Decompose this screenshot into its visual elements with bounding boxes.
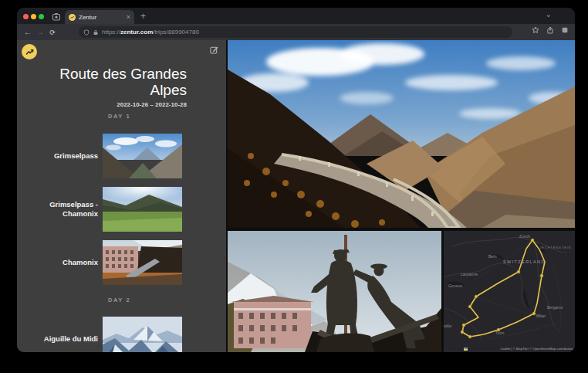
tab-strip: Zentur × + ⌄ bbox=[17, 8, 575, 24]
url-host: zentur.com bbox=[120, 29, 153, 36]
thumbnail-grimselpass-chamonix[interactable] bbox=[103, 187, 182, 232]
trip-sidebar: Route des Grandes Alpes 2022-10-26 – 202… bbox=[17, 40, 226, 352]
chevron-down-icon[interactable]: ⌄ bbox=[546, 10, 552, 19]
thumbnail-chamonix[interactable] bbox=[103, 240, 182, 285]
stop-grimselpass-chamonix[interactable]: Grimselpass - Chamonix bbox=[17, 187, 187, 232]
close-window-button[interactable] bbox=[23, 14, 29, 19]
map-label-liechtenstein: LIECHTENSTEIN bbox=[538, 246, 571, 249]
camera-icon[interactable] bbox=[52, 11, 61, 20]
zentur-logo-icon[interactable] bbox=[22, 44, 37, 59]
desktop: Zentur × + ⌄ ← → ⟳ https://zentur.com/tr… bbox=[0, 0, 588, 373]
close-tab-icon[interactable]: × bbox=[127, 14, 130, 21]
share-icon[interactable] bbox=[546, 26, 554, 34]
thumbnail-grimselpass[interactable] bbox=[103, 134, 182, 178]
stop-grimselpass[interactable]: Grimselpass bbox=[17, 134, 187, 178]
map-label-bern: Bern bbox=[488, 254, 497, 259]
tab-title: Zentur bbox=[79, 14, 123, 21]
forward-button[interactable]: → bbox=[34, 28, 46, 36]
page-content: Route des Grandes Alpes 2022-10-26 – 202… bbox=[17, 40, 575, 352]
stop-name: Grimselpass bbox=[17, 151, 98, 161]
reload-button[interactable]: ⟳ bbox=[46, 29, 59, 36]
route-map[interactable]: Zurich LIECHTENSTEIN Bern SWITZERLAND La… bbox=[444, 231, 575, 352]
thumbnail-aiguille-du-midi[interactable] bbox=[103, 317, 182, 352]
browser-toolbar: ← → ⟳ https://zentur.com/trips/889904780 bbox=[17, 24, 575, 40]
map-label-zurich: Zurich bbox=[519, 234, 530, 239]
map-attribution[interactable]: Leaflet | © MapTiler © OpenStreetMap con… bbox=[462, 346, 575, 352]
map-label-turin: Turin bbox=[495, 331, 504, 335]
trip-title: Route des Grandes Alpes bbox=[32, 66, 187, 99]
url-text: https://zentur.com/trips/889904780 bbox=[102, 29, 199, 36]
url-path: /trips/889904780 bbox=[153, 29, 199, 36]
map-attribution-text: Leaflet | © MapTiler © OpenStreetMap con… bbox=[500, 348, 573, 351]
statue-photo-chamonix-monument[interactable] bbox=[228, 231, 441, 352]
map-label-milan: Milan bbox=[536, 314, 546, 318]
bookmark-star-icon[interactable] bbox=[532, 26, 539, 34]
stop-name: Grimselpass - Chamonix bbox=[17, 200, 98, 219]
stop-aiguille-du-midi[interactable]: Aiguille du Midi bbox=[17, 317, 187, 352]
leaflet-flag-icon bbox=[464, 348, 468, 351]
map-label-switzerland: SWITZERLAND bbox=[503, 259, 546, 264]
back-button[interactable]: ← bbox=[22, 28, 34, 36]
edit-trip-icon[interactable] bbox=[210, 43, 218, 52]
zentur-favicon-icon bbox=[69, 14, 76, 21]
map-label-bergamo: Bergamo bbox=[547, 305, 563, 310]
stop-name: Aiguille du Midi bbox=[17, 334, 98, 344]
day-1-label: DAY 1 bbox=[108, 113, 130, 120]
stop-name: Chamonix bbox=[17, 258, 98, 267]
menu-icon[interactable] bbox=[561, 26, 569, 34]
stop-chamonix[interactable]: Chamonix bbox=[17, 240, 187, 285]
trip-date-range: 2022-10-26 – 2022-10-28 bbox=[32, 101, 187, 108]
address-bar[interactable]: https://zentur.com/trips/889904780 bbox=[79, 26, 512, 38]
shield-icon[interactable] bbox=[83, 29, 90, 36]
map-label-lausanne: Lausanne bbox=[461, 272, 478, 276]
map-label-geneva: Geneva bbox=[448, 283, 462, 288]
minimize-window-button[interactable] bbox=[31, 14, 36, 19]
hero-photo-alpine-road[interactable] bbox=[228, 40, 575, 228]
browser-window: Zentur × + ⌄ ← → ⟳ https://zentur.com/tr… bbox=[17, 8, 575, 352]
toolbar-actions bbox=[532, 26, 569, 34]
url-scheme: https:// bbox=[102, 29, 120, 36]
new-tab-button[interactable]: + bbox=[140, 11, 146, 22]
tab-zentur[interactable]: Zentur × bbox=[65, 10, 134, 24]
map-label-grenoble-partial: noble bbox=[444, 324, 451, 328]
photo-gallery: Zurich LIECHTENSTEIN Bern SWITZERLAND La… bbox=[226, 40, 575, 352]
trip-header: Route des Grandes Alpes 2022-10-26 – 202… bbox=[32, 66, 187, 108]
day-2-label: DAY 2 bbox=[108, 297, 130, 303]
lock-icon bbox=[93, 29, 99, 36]
zoom-window-button[interactable] bbox=[39, 14, 44, 19]
